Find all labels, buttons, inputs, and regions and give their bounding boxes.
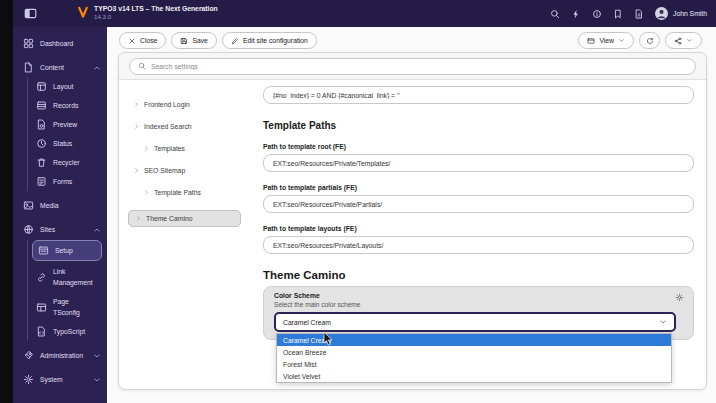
content-icon [23, 62, 34, 73]
app-version: 14.3.0 [94, 13, 218, 21]
tree-item-templates[interactable]: Templates [131, 144, 241, 153]
template-partials-input[interactable] [263, 195, 694, 213]
section-heading-template-paths: Template Paths [263, 120, 694, 131]
sidebar-group-sites[interactable]: Sites [13, 220, 107, 239]
screen: TYPO3 v14 LTS – The Next Generation 14.3… [0, 0, 716, 403]
settings-form: Template Paths Path to template root (FE… [251, 80, 706, 389]
close-button[interactable]: Close [119, 32, 166, 49]
section-heading-theme-camino: Theme Camino [263, 269, 694, 281]
chevron-down-icon [93, 352, 101, 360]
sidebar-item-forms[interactable]: Forms [28, 172, 107, 191]
forms-icon [36, 176, 47, 187]
tree-item-theme-camino[interactable]: Theme Camino [128, 210, 241, 227]
color-scheme-select[interactable]: Caramel Cream [274, 312, 676, 332]
tree-item-indexed-search[interactable]: Indexed Search [131, 122, 241, 131]
main-area: Close Save Edit site configuration View [107, 27, 716, 403]
option-forest-mist[interactable]: Forest Mist [277, 358, 671, 370]
system-icon [23, 374, 34, 385]
template-layouts-input[interactable] [263, 236, 694, 254]
option-ocean-breeze[interactable]: Ocean Breeze [277, 346, 671, 358]
option-caramel-cream[interactable]: Caramel Cream [277, 334, 671, 346]
share-icon [674, 37, 682, 45]
letterbox-strip [0, 0, 13, 403]
link-icon [36, 272, 47, 283]
share-button[interactable] [665, 32, 702, 49]
chevron-right-icon [133, 123, 140, 130]
field-label: Path to template root (FE) [263, 143, 694, 150]
sidebar-item-status[interactable]: Status [28, 134, 107, 153]
search-icon[interactable] [550, 9, 560, 19]
template-root-input[interactable] [263, 154, 694, 172]
gear-icon[interactable] [675, 293, 684, 302]
sidebar-item-layout[interactable]: Layout [28, 77, 107, 96]
save-button[interactable]: Save [171, 32, 217, 49]
user-menu[interactable]: John Smith [655, 7, 707, 20]
edit-site-configuration-button[interactable]: Edit site configuration [222, 32, 317, 49]
panel-description: Select the main color scheme [274, 301, 683, 308]
sidebar-item-setup[interactable]: Setup [32, 240, 102, 261]
chevron-right-icon [133, 167, 140, 174]
select-value: Caramel Cream [283, 319, 331, 326]
option-violet-velvet[interactable]: Violet Velvet [277, 370, 671, 382]
administration-icon [23, 350, 34, 361]
sidebar-item-dashboard[interactable]: Dashboard [13, 34, 107, 53]
doc-toolbar: Close Save Edit site configuration View [107, 27, 716, 49]
sidebar-item-typoscript[interactable]: TypoScript [28, 322, 107, 341]
field-template-root: Path to template root (FE) [263, 143, 694, 172]
color-scheme-select-wrap: Caramel Cream Caramel Cream Ocean Breeze… [274, 312, 676, 332]
field-label: Path to template partials (FE) [263, 184, 694, 191]
trash-icon [36, 157, 47, 168]
chevron-up-icon [93, 64, 101, 72]
sidebar-toggle-icon[interactable] [24, 7, 37, 20]
username: John Smith [673, 10, 707, 17]
records-icon [36, 100, 47, 111]
search-input[interactable] [151, 63, 687, 70]
chevron-down-icon [93, 376, 101, 384]
card-header [119, 53, 706, 80]
sidebar: Dashboard Content Layout Records Preview… [13, 27, 107, 403]
pencil-icon [231, 37, 239, 45]
sidebar-group-content[interactable]: Content [13, 58, 107, 77]
chevron-right-icon [143, 145, 150, 152]
chevron-right-icon [143, 189, 150, 196]
sidebar-item-records[interactable]: Records [28, 96, 107, 115]
sidebar-item-recycler[interactable]: Recycler [28, 153, 107, 172]
avatar [655, 7, 668, 20]
settings-search[interactable] [129, 58, 696, 75]
tree-item-template-paths[interactable]: Template Paths [131, 188, 241, 197]
sites-subgroup: Setup Link Management Page TSconfig Typo… [27, 240, 107, 341]
sidebar-item-page-tsconfig[interactable]: Page TSconfig [28, 292, 107, 322]
brand: TYPO3 v14 LTS – The Next Generation 14.3… [77, 4, 218, 21]
condition-input[interactable] [263, 86, 694, 104]
color-scheme-dropdown: Caramel Cream Ocean Breeze Forest Mist V… [276, 333, 672, 383]
settings-card: Frontend Login Indexed Search Templates … [118, 52, 707, 390]
chevron-down-icon [618, 37, 625, 44]
topbar-actions: John Smith [550, 0, 707, 27]
view-button[interactable]: View [578, 32, 634, 49]
chevron-right-icon [135, 215, 142, 222]
tree-item-seo-sitemap[interactable]: SEO Sitemap [131, 166, 241, 175]
sidebar-group-administration[interactable]: Administration [13, 346, 107, 365]
field-template-partials: Path to template partials (FE) [263, 184, 694, 213]
sidebar-item-preview[interactable]: Preview [28, 115, 107, 134]
bolt-icon[interactable] [571, 9, 581, 19]
document-icon[interactable] [634, 9, 644, 19]
media-icon [23, 200, 34, 211]
refresh-icon [646, 37, 654, 45]
bookmark-icon[interactable] [613, 9, 623, 19]
help-icon[interactable] [592, 9, 602, 19]
panel-title: Color Scheme [274, 292, 683, 299]
setup-icon [38, 245, 49, 256]
app-title: TYPO3 v14 LTS – The Next Generation [94, 4, 218, 13]
sidebar-group-system[interactable]: System [13, 370, 107, 389]
sidebar-item-media[interactable]: Media [13, 196, 107, 215]
field-template-layouts: Path to template layouts (FE) [263, 225, 694, 254]
settings-tree: Frontend Login Indexed Search Templates … [119, 80, 251, 389]
dashboard-icon [23, 38, 34, 49]
sidebar-item-link-management[interactable]: Link Management [28, 262, 107, 292]
typoscript-icon [36, 326, 47, 337]
tree-item-frontend-login[interactable]: Frontend Login [131, 100, 241, 109]
search-icon [138, 62, 146, 70]
refresh-button[interactable] [639, 32, 660, 49]
field-label: Path to template layouts (FE) [263, 225, 694, 232]
